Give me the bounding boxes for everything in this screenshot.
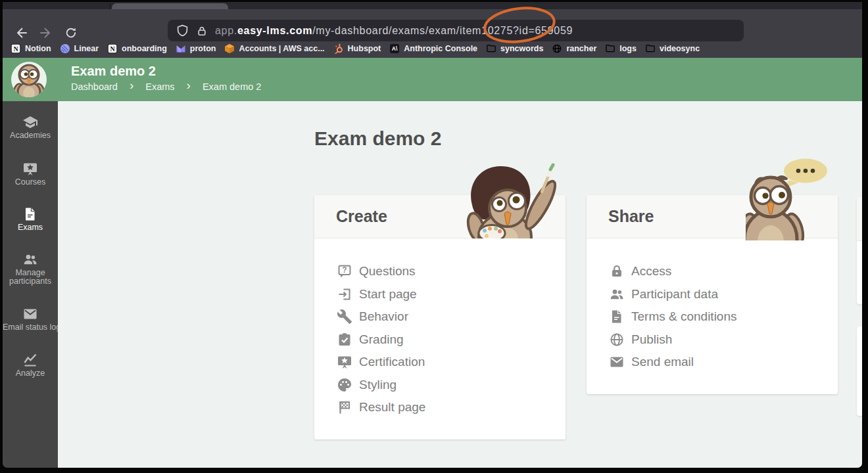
shield-icon	[176, 24, 189, 37]
card-item[interactable]: Participant data	[587, 283, 838, 306]
browser-tab[interactable]	[112, 3, 228, 9]
globe-icon	[609, 332, 625, 348]
sidebar-item[interactable]: Academies	[3, 114, 58, 140]
create-card-title: Create	[336, 207, 387, 226]
hubspot-icon	[333, 43, 344, 54]
notion-icon	[11, 43, 21, 54]
url-subdomain: app.	[215, 25, 237, 36]
bookmark-label: Hubspot	[348, 44, 381, 53]
folder-icon	[645, 43, 656, 54]
bookmark-label: onboarding	[122, 44, 167, 53]
url-domain: easy-lms.com	[237, 25, 312, 36]
card-item[interactable]: Styling	[314, 374, 566, 397]
forward-arrow-icon	[39, 26, 53, 39]
owl-peeking-mascot	[746, 156, 834, 240]
sidebar-item-label: Academies	[3, 131, 58, 140]
card-item[interactable]: Publish	[587, 328, 838, 351]
annotation-circle	[477, 6, 563, 45]
bookmark-label: proton	[190, 44, 216, 53]
card-item[interactable]: Certification	[314, 351, 566, 374]
card-item[interactable]: Result page	[314, 396, 566, 419]
lock-icon	[609, 263, 625, 279]
sidebar-item[interactable]: Analyze	[3, 352, 58, 378]
bookmark-item[interactable]: Linear	[60, 43, 99, 54]
bookmark-label: Anthropic Console	[404, 44, 477, 53]
card-item-label: Styling	[359, 378, 397, 392]
card-item[interactable]: Access	[587, 260, 838, 283]
sidebar-item[interactable]: Exams	[3, 206, 58, 232]
owl-painter-mascot	[466, 163, 563, 238]
bookmark-item[interactable]: proton	[176, 43, 216, 54]
folder-icon	[605, 43, 615, 54]
tab-separator	[110, 3, 110, 9]
card-item-label: Result page	[359, 400, 425, 415]
sidebar-item[interactable]: Manage participants	[3, 252, 58, 286]
app-logo-owl[interactable]	[11, 62, 47, 97]
bookmark-label: syncwords	[500, 44, 543, 53]
aws-cube-icon	[224, 43, 235, 54]
document-icon	[22, 206, 38, 222]
breadcrumb: DashboardExamsExam demo 2	[71, 81, 261, 92]
address-bar[interactable]: app.easy-lms.com/my-dashboard/exams/exam…	[168, 20, 744, 41]
bookmark-label: Notion	[25, 44, 51, 53]
browser-toolbar: app.easy-lms.com/my-dashboard/exams/exam…	[3, 9, 862, 39]
breadcrumb-item[interactable]: Exams	[118, 81, 175, 92]
owl-logo-icon	[11, 62, 47, 97]
lock-icon	[197, 26, 207, 36]
bookmark-item[interactable]: logs	[605, 43, 637, 54]
people-icon	[22, 252, 38, 267]
card-item[interactable]: Terms & conditions	[587, 305, 838, 328]
card-item[interactable]: Send email	[587, 351, 838, 374]
help-bubble-icon	[337, 263, 352, 279]
bookmark-item[interactable]: onboarding	[107, 43, 167, 54]
chart-icon	[22, 352, 38, 368]
sidebar-item[interactable]: Courses	[3, 161, 58, 187]
card-item-label: Grading	[359, 332, 404, 347]
card-item-label: Certification	[359, 355, 425, 369]
share-card-title: Share	[608, 207, 654, 226]
bookmark-item[interactable]: Notion	[11, 43, 51, 54]
document-icon	[609, 309, 625, 325]
mail-icon	[22, 306, 38, 322]
flag-checkered-icon	[337, 399, 352, 415]
card-item[interactable]: Behavior	[314, 305, 566, 328]
card-item-label: Publish	[631, 332, 672, 347]
reload-icon	[64, 26, 78, 39]
header-title: Exam demo 2	[71, 62, 261, 79]
bookmark-label: videosync	[660, 44, 700, 53]
sidebar-item-label: Exams	[3, 223, 58, 232]
card-item-label: Behavior	[359, 309, 408, 324]
card-item-label: Terms & conditions	[631, 309, 737, 324]
people-icon	[609, 286, 625, 302]
browser-window: app.easy-lms.com/my-dashboard/exams/exam…	[3, 2, 862, 468]
bookmark-label: Linear	[74, 44, 99, 53]
tab-bar	[3, 2, 862, 9]
main-content: Exam demo 2 Create Questions Start page	[58, 101, 862, 468]
back-arrow-icon	[14, 26, 28, 39]
sidebar-item[interactable]: Email status log	[3, 306, 58, 332]
bookmark-item[interactable]: videosync	[645, 43, 700, 54]
page-title: Exam demo 2	[314, 127, 441, 150]
card-item[interactable]: Start page	[314, 283, 566, 306]
card-item[interactable]: Grading	[314, 328, 566, 351]
palette-icon	[337, 377, 352, 393]
bookmark-item[interactable]: Anthropic Console	[389, 43, 477, 54]
sidebar-item-label: Manage participants	[3, 269, 58, 286]
certificate-icon	[22, 161, 38, 177]
bookmark-item[interactable]: Accounts | AWS acc...	[224, 43, 324, 54]
app-header: Exam demo 2 DashboardExamsExam demo 2	[3, 58, 862, 101]
card-fragment	[857, 197, 862, 304]
card-item-label: Send email	[631, 355, 694, 369]
breadcrumb-item[interactable]: Exam demo 2	[175, 81, 262, 92]
bookmark-label: logs	[619, 44, 637, 53]
bookmark-item[interactable]: Hubspot	[333, 43, 381, 54]
breadcrumb-item[interactable]: Dashboard	[71, 81, 118, 92]
card-item[interactable]: Questions	[314, 260, 566, 283]
sidebar-item-label: Email status log	[3, 323, 58, 332]
card-item-label: Start page	[359, 287, 417, 302]
sidebar-item-label: Analyze	[3, 369, 58, 378]
sidebar-item-label: Courses	[3, 178, 58, 187]
school-icon	[22, 114, 38, 130]
linear-icon	[60, 43, 70, 54]
bookmarks-bar: Notion Linear onboarding proton Accounts…	[3, 39, 862, 58]
